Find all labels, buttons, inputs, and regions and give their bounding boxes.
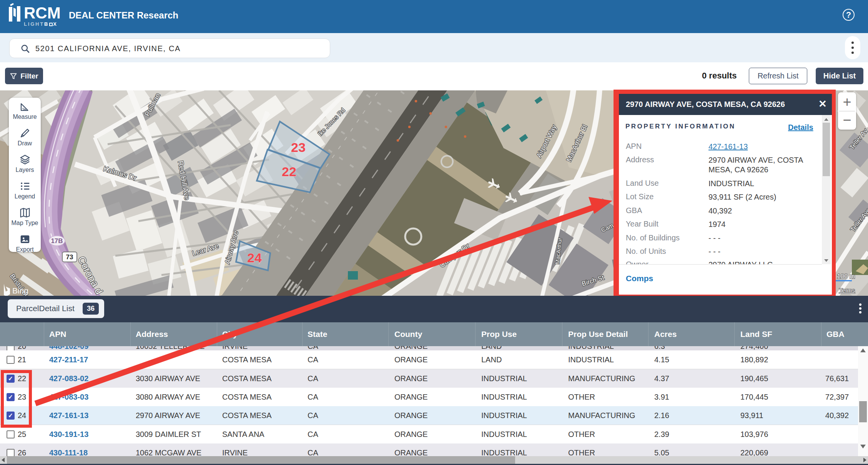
- svg-text:Terms: Terms: [839, 287, 855, 293]
- svg-text:Bing: Bing: [12, 286, 28, 295]
- svg-text:24: 24: [247, 250, 262, 265]
- svg-text:17B: 17B: [51, 237, 63, 245]
- svg-text:73: 73: [66, 253, 73, 261]
- svg-text:100 m: 100 m: [837, 273, 855, 280]
- svg-text:23: 23: [291, 140, 306, 155]
- svg-text:22: 22: [282, 164, 296, 179]
